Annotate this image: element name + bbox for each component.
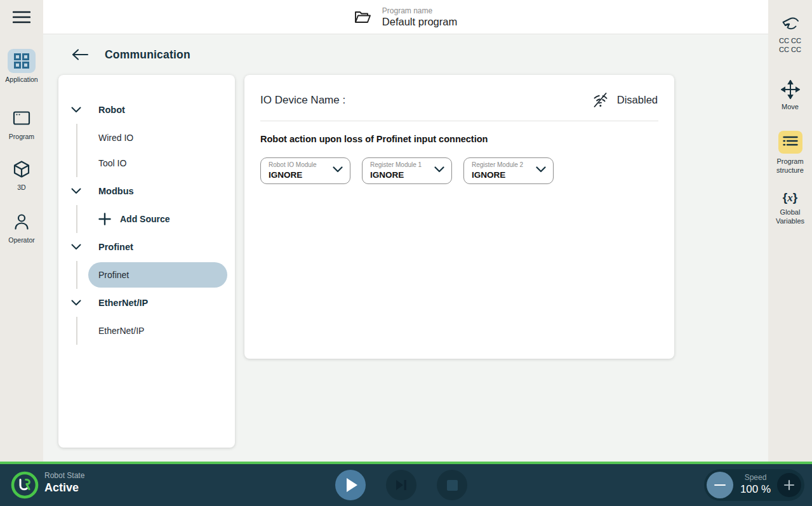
sidebar-item-3d[interactable]: 3D: [0, 157, 43, 192]
speed-label: Speed: [736, 473, 775, 482]
section-title: Robot action upon loss of Profinet input…: [260, 134, 658, 144]
page-title: Communication: [105, 48, 190, 62]
play-button[interactable]: [335, 470, 366, 500]
top-bar: Program name Default program: [43, 0, 768, 34]
speed-control: Speed 100 %: [704, 469, 804, 501]
dropdown-label: Register Module 2: [472, 161, 531, 169]
communication-tree-panel: Robot Wired IO Tool IO Modbus: [58, 75, 235, 448]
chevron-down-icon: [333, 166, 343, 173]
add-source-label: Add Source: [120, 214, 170, 224]
skip-next-icon: [395, 479, 408, 491]
stop-button[interactable]: [437, 470, 467, 500]
hand-pointer-icon: [780, 15, 801, 33]
wifi-off-icon: [592, 92, 609, 108]
move-arrows-icon: [781, 80, 800, 99]
chevron-down-icon: [71, 188, 81, 194]
ur-logo: [10, 470, 39, 500]
list-icon: [783, 136, 798, 149]
hamburger-icon: [13, 10, 30, 25]
arrow-left-icon: [72, 49, 88, 60]
tree-group-robot[interactable]: Robot: [58, 96, 235, 124]
tree-group-label: Robot: [98, 105, 125, 115]
tree-item-tool-io[interactable]: Tool IO: [77, 150, 235, 176]
program-name-value: Default program: [382, 16, 457, 28]
sidebar-item-application[interactable]: Application: [0, 49, 43, 84]
sidebar-item-hand-guide[interactable]: CC CC CC CC: [768, 15, 812, 55]
sidebar-item-label: Application: [5, 76, 37, 84]
dropdown-value: IGNORE: [472, 170, 531, 180]
register-module-1-dropdown[interactable]: Register Module 1 IGNORE: [362, 157, 452, 184]
robot-io-module-dropdown[interactable]: Robot IO Module IGNORE: [260, 157, 350, 184]
minus-icon: [714, 484, 726, 486]
footer-bar: Robot State Active Speed 100 %: [0, 462, 812, 506]
io-device-name-label: IO Device Name :: [260, 94, 345, 107]
operator-person-icon: [13, 213, 30, 230]
tree-group-label: Profinet: [98, 242, 133, 252]
cube-3d-icon: [13, 160, 30, 178]
chevron-down-icon: [71, 107, 81, 113]
play-icon: [347, 478, 357, 492]
sidebar-item-move[interactable]: Move: [768, 80, 812, 112]
tree-item-profinet-selected[interactable]: Profinet: [88, 262, 227, 288]
sidebar-item-label: CC CC CC CC: [774, 37, 807, 55]
back-button[interactable]: [71, 46, 89, 63]
stop-icon: [447, 480, 458, 491]
dropdown-label: Register Module 1: [370, 161, 430, 169]
register-module-2-dropdown[interactable]: Register Module 2 IGNORE: [463, 157, 554, 184]
speed-value: 100 %: [736, 483, 775, 496]
tree-item-wired-io[interactable]: Wired IO: [77, 125, 235, 150]
sidebar-item-label: Global Variables: [774, 208, 807, 226]
tree-item-ethernet-ip[interactable]: EtherNet/IP: [77, 318, 235, 343]
variables-icon: {x}: [783, 190, 797, 204]
robot-state-value: Active: [44, 481, 84, 495]
chevron-down-icon: [434, 166, 444, 173]
chevron-down-icon: [71, 300, 81, 306]
tree-group-label: EtherNet/IP: [98, 298, 148, 308]
transport-controls: [335, 470, 467, 500]
sidebar-item-label: Operator: [8, 236, 34, 244]
status-text: Disabled: [617, 94, 658, 106]
chevron-down-icon: [71, 244, 81, 250]
robot-state-label: Robot State: [44, 471, 84, 480]
plus-icon: [783, 479, 795, 491]
folder-icon: [354, 10, 371, 24]
tree-group-profinet[interactable]: Profinet: [58, 233, 235, 261]
sidebar-item-label: Program structure: [774, 157, 807, 175]
profinet-settings-panel: IO Device Name : Disabled: [244, 75, 674, 359]
robot-state-block: Robot State Active: [44, 471, 84, 495]
add-source-button[interactable]: Add Source: [77, 206, 235, 232]
program-window-icon: [13, 110, 30, 126]
grid-icon: [13, 53, 30, 69]
sidebar-item-label: Program: [9, 133, 34, 141]
tree-group-label: Modbus: [98, 186, 134, 196]
step-button[interactable]: [386, 470, 416, 500]
application-active-highlight: [8, 49, 36, 73]
speed-decrease-button[interactable]: [707, 472, 733, 498]
sidebar-item-operator[interactable]: Operator: [0, 210, 43, 244]
page-header: Communication: [43, 34, 768, 75]
sidebar-item-label: Move: [774, 103, 807, 112]
hamburger-menu-button[interactable]: [13, 10, 30, 25]
sidebar-item-global-variables[interactable]: {x} Global Variables: [768, 190, 812, 226]
speed-increase-button[interactable]: [777, 473, 801, 497]
tree-group-ethernet-ip[interactable]: EtherNet/IP: [58, 289, 235, 317]
plus-icon: [98, 213, 111, 225]
sidebar-item-label: 3D: [17, 183, 25, 192]
main-content: Communication Robot Wired IO Tool IO Mod…: [43, 34, 768, 462]
tree-group-modbus[interactable]: Modbus: [58, 177, 235, 205]
program-name-label: Program name: [382, 6, 457, 15]
dropdown-value: IGNORE: [370, 170, 430, 180]
sidebar-item-program-structure[interactable]: Program structure: [768, 131, 812, 175]
program-structure-active-highlight: [778, 131, 802, 154]
connection-status: Disabled: [592, 92, 658, 108]
left-sidebar: Application Program 3D: [0, 0, 43, 462]
dropdown-value: IGNORE: [269, 170, 328, 180]
program-name-block[interactable]: Program name Default program: [354, 6, 457, 28]
chevron-down-icon: [536, 166, 546, 173]
sidebar-item-program[interactable]: Program: [0, 106, 43, 141]
dropdown-label: Robot IO Module: [269, 161, 328, 169]
right-sidebar: CC CC CC CC Move Program structure: [768, 0, 812, 462]
